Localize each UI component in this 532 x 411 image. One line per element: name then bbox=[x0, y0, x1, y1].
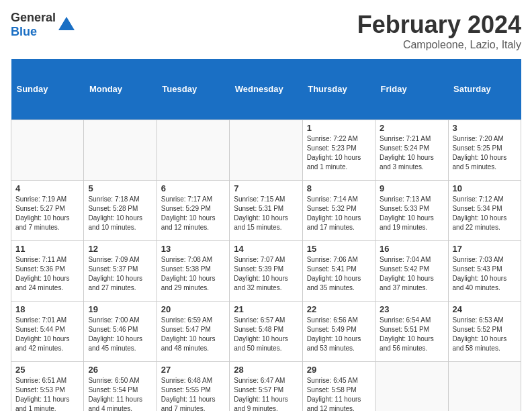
calendar-cell: 12Sunrise: 7:09 AM Sunset: 5:37 PM Dayli… bbox=[84, 240, 157, 301]
day-info: Sunrise: 6:57 AM Sunset: 5:48 PM Dayligh… bbox=[234, 316, 298, 353]
calendar-cell: 20Sunrise: 6:59 AM Sunset: 5:47 PM Dayli… bbox=[157, 301, 229, 361]
day-info: Sunrise: 6:48 AM Sunset: 5:55 PM Dayligh… bbox=[161, 376, 225, 412]
header-saturday: Saturday bbox=[448, 59, 521, 120]
day-info: Sunrise: 6:54 AM Sunset: 5:51 PM Dayligh… bbox=[380, 316, 443, 353]
calendar-cell: 23Sunrise: 6:54 AM Sunset: 5:51 PM Dayli… bbox=[375, 301, 448, 361]
day-number: 22 bbox=[307, 304, 371, 314]
header-friday: Friday bbox=[375, 59, 448, 120]
day-number: 16 bbox=[380, 244, 443, 254]
calendar-cell: 28Sunrise: 6:47 AM Sunset: 5:57 PM Dayli… bbox=[230, 361, 302, 411]
day-number: 1 bbox=[307, 123, 371, 133]
day-number: 7 bbox=[234, 183, 298, 193]
day-info: Sunrise: 6:53 AM Sunset: 5:52 PM Dayligh… bbox=[453, 316, 517, 353]
calendar-cell: 13Sunrise: 7:08 AM Sunset: 5:38 PM Dayli… bbox=[157, 240, 229, 301]
calendar-title: February 2024 bbox=[357, 11, 521, 39]
day-info: Sunrise: 7:21 AM Sunset: 5:24 PM Dayligh… bbox=[380, 134, 443, 172]
day-info: Sunrise: 7:06 AM Sunset: 5:41 PM Dayligh… bbox=[307, 255, 371, 293]
calendar-cell: 9Sunrise: 7:13 AM Sunset: 5:33 PM Daylig… bbox=[375, 180, 448, 240]
calendar-cell: 6Sunrise: 7:17 AM Sunset: 5:29 PM Daylig… bbox=[157, 180, 229, 240]
calendar-cell: 2Sunrise: 7:21 AM Sunset: 5:24 PM Daylig… bbox=[375, 120, 448, 180]
header-thursday: Thursday bbox=[302, 59, 375, 120]
calendar-week-1: 1Sunrise: 7:22 AM Sunset: 5:23 PM Daylig… bbox=[11, 120, 521, 180]
calendar-cell: 22Sunrise: 6:56 AM Sunset: 5:49 PM Dayli… bbox=[302, 301, 375, 361]
logo-text: General Blue bbox=[11, 11, 56, 39]
logo-general: General bbox=[11, 11, 56, 24]
day-info: Sunrise: 7:03 AM Sunset: 5:43 PM Dayligh… bbox=[453, 255, 517, 293]
day-number: 27 bbox=[161, 365, 225, 375]
day-number: 11 bbox=[15, 244, 79, 254]
day-info: Sunrise: 7:18 AM Sunset: 5:28 PM Dayligh… bbox=[88, 195, 152, 232]
day-info: Sunrise: 7:12 AM Sunset: 5:34 PM Dayligh… bbox=[453, 195, 517, 232]
calendar-week-5: 25Sunrise: 6:51 AM Sunset: 5:53 PM Dayli… bbox=[11, 361, 521, 411]
day-number: 20 bbox=[161, 304, 225, 314]
day-info: Sunrise: 7:19 AM Sunset: 5:27 PM Dayligh… bbox=[15, 195, 79, 232]
day-number: 8 bbox=[307, 183, 371, 193]
calendar-cell: 11Sunrise: 7:11 AM Sunset: 5:36 PM Dayli… bbox=[11, 240, 84, 301]
logo-blue: Blue bbox=[11, 25, 37, 38]
calendar-cell bbox=[448, 361, 521, 411]
day-info: Sunrise: 7:04 AM Sunset: 5:42 PM Dayligh… bbox=[380, 255, 443, 293]
day-info: Sunrise: 6:45 AM Sunset: 5:58 PM Dayligh… bbox=[307, 376, 371, 412]
day-info: Sunrise: 6:50 AM Sunset: 5:54 PM Dayligh… bbox=[88, 376, 152, 412]
calendar-cell: 1Sunrise: 7:22 AM Sunset: 5:23 PM Daylig… bbox=[302, 120, 375, 180]
day-number: 9 bbox=[380, 183, 443, 193]
logo-icon bbox=[57, 15, 76, 34]
calendar-cell bbox=[84, 120, 157, 180]
day-number: 28 bbox=[234, 365, 298, 375]
day-number: 29 bbox=[307, 365, 371, 375]
calendar-cell bbox=[11, 120, 84, 180]
calendar-cell: 27Sunrise: 6:48 AM Sunset: 5:55 PM Dayli… bbox=[157, 361, 229, 411]
calendar-cell: 8Sunrise: 7:14 AM Sunset: 5:32 PM Daylig… bbox=[302, 180, 375, 240]
day-number: 17 bbox=[453, 244, 517, 254]
calendar-cell bbox=[157, 120, 229, 180]
day-number: 4 bbox=[15, 183, 79, 193]
day-info: Sunrise: 7:13 AM Sunset: 5:33 PM Dayligh… bbox=[380, 195, 443, 232]
header-monday: Monday bbox=[84, 59, 157, 120]
calendar-cell: 19Sunrise: 7:00 AM Sunset: 5:46 PM Dayli… bbox=[84, 301, 157, 361]
calendar-cell: 15Sunrise: 7:06 AM Sunset: 5:41 PM Dayli… bbox=[302, 240, 375, 301]
day-info: Sunrise: 7:00 AM Sunset: 5:46 PM Dayligh… bbox=[88, 316, 152, 353]
day-number: 18 bbox=[15, 304, 79, 314]
calendar-cell bbox=[375, 361, 448, 411]
day-info: Sunrise: 6:51 AM Sunset: 5:53 PM Dayligh… bbox=[15, 376, 79, 412]
calendar-cell: 3Sunrise: 7:20 AM Sunset: 5:25 PM Daylig… bbox=[448, 120, 521, 180]
calendar-cell: 21Sunrise: 6:57 AM Sunset: 5:48 PM Dayli… bbox=[230, 301, 302, 361]
day-number: 25 bbox=[15, 365, 79, 375]
calendar-cell: 10Sunrise: 7:12 AM Sunset: 5:34 PM Dayli… bbox=[448, 180, 521, 240]
calendar-cell: 17Sunrise: 7:03 AM Sunset: 5:43 PM Dayli… bbox=[448, 240, 521, 301]
day-number: 24 bbox=[453, 304, 517, 314]
day-info: Sunrise: 7:17 AM Sunset: 5:29 PM Dayligh… bbox=[161, 195, 225, 232]
day-info: Sunrise: 7:07 AM Sunset: 5:39 PM Dayligh… bbox=[234, 255, 298, 293]
day-number: 2 bbox=[380, 123, 443, 133]
day-info: Sunrise: 7:22 AM Sunset: 5:23 PM Dayligh… bbox=[307, 134, 371, 172]
day-number: 10 bbox=[453, 183, 517, 193]
title-area: February 2024 Campoleone, Lazio, Italy bbox=[357, 11, 521, 51]
day-number: 6 bbox=[161, 183, 225, 193]
calendar-cell: 18Sunrise: 7:01 AM Sunset: 5:44 PM Dayli… bbox=[11, 301, 84, 361]
calendar-cell: 25Sunrise: 6:51 AM Sunset: 5:53 PM Dayli… bbox=[11, 361, 84, 411]
day-number: 21 bbox=[234, 304, 298, 314]
day-info: Sunrise: 7:09 AM Sunset: 5:37 PM Dayligh… bbox=[88, 255, 152, 293]
day-number: 15 bbox=[307, 244, 371, 254]
day-info: Sunrise: 6:59 AM Sunset: 5:47 PM Dayligh… bbox=[161, 316, 225, 353]
day-number: 5 bbox=[88, 183, 152, 193]
calendar-subtitle: Campoleone, Lazio, Italy bbox=[357, 39, 521, 51]
day-number: 19 bbox=[88, 304, 152, 314]
calendar-cell: 16Sunrise: 7:04 AM Sunset: 5:42 PM Dayli… bbox=[375, 240, 448, 301]
calendar-table: Sunday Monday Tuesday Wednesday Thursday… bbox=[11, 59, 521, 411]
day-number: 23 bbox=[380, 304, 443, 314]
day-info: Sunrise: 7:11 AM Sunset: 5:36 PM Dayligh… bbox=[15, 255, 79, 293]
day-info: Sunrise: 7:08 AM Sunset: 5:38 PM Dayligh… bbox=[161, 255, 225, 293]
day-info: Sunrise: 7:15 AM Sunset: 5:31 PM Dayligh… bbox=[234, 195, 298, 232]
calendar-week-2: 4Sunrise: 7:19 AM Sunset: 5:27 PM Daylig… bbox=[11, 180, 521, 240]
calendar-cell: 14Sunrise: 7:07 AM Sunset: 5:39 PM Dayli… bbox=[230, 240, 302, 301]
calendar-cell: 4Sunrise: 7:19 AM Sunset: 5:27 PM Daylig… bbox=[11, 180, 84, 240]
day-info: Sunrise: 7:14 AM Sunset: 5:32 PM Dayligh… bbox=[307, 195, 371, 232]
day-number: 14 bbox=[234, 244, 298, 254]
weekday-header-row: Sunday Monday Tuesday Wednesday Thursday… bbox=[11, 59, 521, 120]
calendar-week-4: 18Sunrise: 7:01 AM Sunset: 5:44 PM Dayli… bbox=[11, 301, 521, 361]
header-sunday: Sunday bbox=[11, 59, 84, 120]
day-number: 26 bbox=[88, 365, 152, 375]
header-wednesday: Wednesday bbox=[230, 59, 302, 120]
day-number: 3 bbox=[453, 123, 517, 133]
